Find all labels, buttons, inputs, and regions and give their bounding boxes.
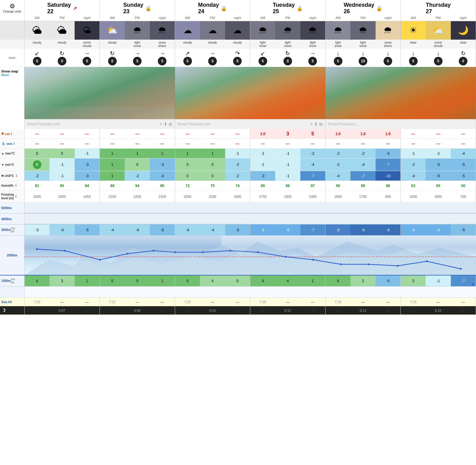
mon-pm-freeze: 2200 [200,191,225,202]
svg-point-10 [202,251,204,253]
sat-am-min-highlight: 0 [33,160,41,169]
sunday-desc: cloudy lightsnow snowshwrs [100,40,175,49]
thursday-1000: 3 -1 -7 ▼ [401,275,476,286]
gear-icon[interactable]: ⚙ [10,2,15,10]
snow-cm-info[interactable]: ℹ [11,132,12,135]
wed-pm-min: -4 [350,158,375,171]
sun-pm-freeze: 2200 [125,191,150,202]
wed-night-sea: — [376,298,400,306]
rain-info[interactable]: ℹ [14,142,15,145]
mon-night-humid: 74 [225,181,250,190]
day-col-wednesday: Wednesday26 🔒 AM PM night [326,0,401,21]
wm-grid-icon[interactable]: ⊞ [169,122,172,127]
sat-night-wind: → 5 [75,49,99,67]
mon-night-sunset: — [225,306,250,315]
tue-pm-wind: ↻ 0 [275,49,300,67]
wm-arrow-right-icon[interactable]: ↗ [159,122,162,127]
monday-lock-icon[interactable]: 🔒 [221,6,227,11]
tuesday-1000: 4 4 1 [250,275,326,286]
wm-reload-icon-2[interactable]: ⬇ [314,122,318,127]
sat-night-freeze: 1450 [75,191,99,202]
sun-am-wind: ↻ 0 [100,49,125,67]
mon-pm-3000: -4 [200,225,225,235]
tue-am-freeze: 1750 [250,191,275,202]
tuesday-lock-icon[interactable]: 🔒 [297,6,303,11]
tuesday-chill: -3 -1 -7 [250,171,326,181]
sat-pm-min: -1 [49,158,74,171]
wednesday-lock-icon[interactable]: 🔒 [376,6,382,11]
mon-pm-icon: ☁ [200,21,225,40]
tue-night-humid: 97 [300,181,325,190]
thursday-icons: ☀ ⛅ 🌙 [401,21,476,40]
monday-sea: 7:20 — — [175,298,250,306]
wednesday-pm: PM [350,15,375,21]
sat-pm-icon: 🌥 [49,21,74,40]
mon-pm-min: 0 [200,158,225,171]
svg-point-5 [64,250,65,252]
wednesday-freeze: 1650 1700 950 [326,191,401,202]
wed-am-snow: 1.0 [326,129,350,139]
humid-info[interactable]: ℹ [15,184,17,187]
day-col-thursday: Thursday27 AM PM night [401,0,476,21]
alt5000-label: 5000m [0,202,25,213]
wed-pm-3000: -9 [350,225,375,235]
wed-pm-chill: -7 [350,171,375,181]
wednesday-desc: lightsnow lightsnow snowshwrs [326,40,401,49]
wed-pm-sea: — [350,298,375,306]
sat-am-rain: — [25,139,49,148]
tue-pm-max: -1 [275,149,300,158]
sun-am-1000: 5 [100,275,125,286]
change-units-label[interactable]: Change units [3,10,21,13]
thursday-sea: 7:15 — — [401,298,476,306]
wed-night-rain: — [376,139,400,148]
saturday-expand-icon[interactable]: ↗ [73,6,77,11]
wednesday-3000: -8 -9 -9 [326,225,401,235]
map-sat-sun [25,67,175,119]
wm-reload-icon[interactable]: ⬇ [164,122,167,127]
mon-am-rain: — [175,139,200,148]
saturday-1000: 4 3 1 [25,275,100,286]
wed-am-icon: 🌨 [326,21,350,40]
monday-subcols: AM PM night [175,15,250,21]
sat-am-chill: -2 [25,171,49,181]
wm-grid-icon-2[interactable]: ⊞ [319,122,323,127]
sunday-1000: 5 5 1 [100,275,175,286]
thu-am-min: -2 [401,158,426,171]
max-c-label: ▲ max°C [0,149,25,158]
chill-info[interactable]: ℹ [16,174,17,178]
wed-pm-snow: 1.0 [350,129,375,139]
tue-am-sunset: — [250,306,275,315]
thu-night-chill: -5 [451,171,476,181]
monday-pm: PM [200,15,225,21]
svg-point-14 [312,259,314,261]
sun-night-3000: -5 [150,225,175,235]
tue-night-chill: -7 [300,171,325,181]
tue-am-chill: -3 [250,171,275,181]
mon-am-1000: 5 [175,275,200,286]
mon-pm-max: 1 [200,149,225,158]
freeze-info[interactable]: ℹ [15,195,17,198]
sat-night-humid: 84 [75,181,99,190]
humid-label: Humid% ℹ [0,181,25,190]
empty-alt-row [0,287,476,298]
monday-1000: 5 4 0 [175,275,250,286]
sunday-lock-icon[interactable]: 🔒 [145,6,151,11]
mon-am-snow: — [175,129,200,139]
thu-night-sunset: — [451,306,476,315]
wed-am-wind: ↓ 5 [326,49,350,67]
thu-night-sea: — [451,298,476,306]
sat-am-wind-badge: 5 [33,57,41,65]
weather-spacer [0,21,25,40]
svg-point-7 [127,253,128,255]
thu-pm-freeze: 1850 [426,191,451,202]
wed-am-3000: -8 [326,225,350,235]
sun-am-icon: ⛅ [100,21,125,40]
freeze-label: Freezinglevel (m) ℹ [0,191,25,202]
tuesday-night: night [300,15,325,21]
tue-pm-3000: -6 [275,225,300,235]
sun-night-desc: snowshwrs [150,40,175,49]
snow-map-more[interactable]: More [1,73,9,77]
saturday-snow-cm: — — — [25,129,100,139]
wm-arrow-right-icon-2[interactable]: ↗ [309,122,313,127]
wednesday-snow-cm: 1.0 1.0 1.0 [326,129,401,139]
